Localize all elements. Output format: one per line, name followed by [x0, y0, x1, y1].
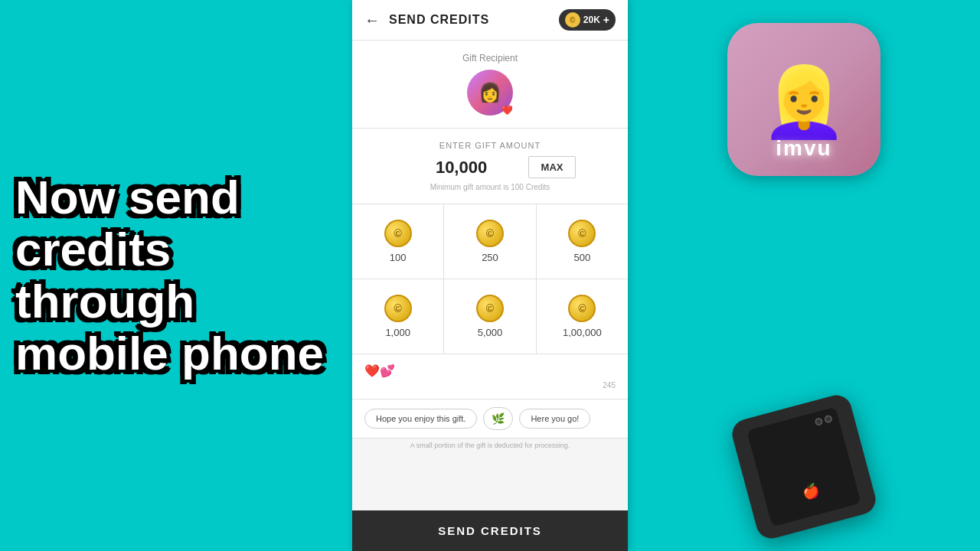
- phone-screen: 🍎: [746, 407, 861, 527]
- avatar-image: 👩: [479, 82, 501, 103]
- quick-msg-enjoy[interactable]: Hope you enjoy this gift.: [364, 409, 477, 429]
- imvu-logo-text: imvu: [776, 136, 831, 161]
- headline-text: Now send credits through mobile phone: [15, 171, 337, 380]
- credits-amount: 20K: [583, 15, 600, 25]
- credit-coin-icon: ©: [476, 220, 504, 247]
- imvu-app-icon: 👱‍♀️ imvu: [727, 23, 880, 176]
- credit-label: 5,000: [478, 327, 503, 338]
- credit-coin-icon: ©: [384, 220, 412, 247]
- left-panel: Now send credits through mobile phone: [0, 0, 352, 551]
- credits-plus-button[interactable]: +: [603, 14, 609, 26]
- recipient-section: Gift Recipient 👩 ❤️: [352, 41, 628, 129]
- right-panel: 👱‍♀️ imvu 🍎: [628, 0, 980, 551]
- phone-panel: ← SEND CREDITS © 20K + Gift Recipient 👩 …: [352, 0, 628, 551]
- amount-input[interactable]: [404, 158, 519, 178]
- camera-lens-1: [814, 417, 823, 426]
- recipient-label: Gift Recipient: [462, 53, 518, 64]
- credits-grid: © 100 © 250 © 500 © 1,000 © 5,000 © 1,00…: [352, 204, 628, 354]
- credit-option-250[interactable]: © 250: [444, 204, 535, 279]
- apple-logo-icon: 🍎: [800, 481, 821, 502]
- imvu-character-image: 👱‍♀️: [761, 67, 847, 136]
- amount-label: ENTER GIFT AMOUNT: [439, 141, 541, 150]
- avatar-container: 👩 ❤️: [467, 70, 513, 116]
- credits-coin-icon: ©: [565, 12, 580, 28]
- credit-option-100[interactable]: © 100: [352, 204, 443, 279]
- credit-coin-icon: ©: [384, 295, 412, 322]
- max-button[interactable]: MAX: [528, 156, 577, 178]
- credit-option-100000[interactable]: © 1,00,000: [537, 279, 628, 354]
- quick-msg-icon[interactable]: 🌿: [483, 407, 513, 430]
- message-section: ❤️💕 245: [352, 354, 628, 399]
- credit-label: 1,000: [385, 327, 410, 338]
- camera-lens-2: [824, 414, 833, 423]
- phone-camera: [814, 414, 833, 426]
- quick-messages: Hope you enjoy this gift. 🌿 Here you go!: [352, 399, 628, 439]
- credit-coin-icon: ©: [568, 295, 596, 322]
- credit-coin-icon: ©: [568, 220, 596, 247]
- credit-option-500[interactable]: © 500: [537, 204, 628, 279]
- quick-msg-hereyougo[interactable]: Here you go!: [519, 409, 590, 429]
- credits-badge: © 20K +: [559, 9, 616, 31]
- amount-hint: Minimum gift amount is 100 Credits: [430, 183, 550, 191]
- amount-row: MAX: [364, 156, 616, 178]
- credit-coin-icon: ©: [476, 295, 504, 322]
- processing-note: A small portion of the gift is deducted …: [352, 439, 628, 452]
- avatar-badge: ❤️: [501, 105, 513, 116]
- page-title: SEND CREDITS: [389, 13, 489, 27]
- credit-option-5000[interactable]: © 5,000: [444, 279, 535, 354]
- amount-section: ENTER GIFT AMOUNT MAX Minimum gift amoun…: [352, 129, 628, 204]
- phone-device-image: 🍎: [729, 392, 879, 542]
- phone-header: ← SEND CREDITS © 20K +: [352, 0, 628, 41]
- credit-label: 500: [573, 252, 590, 263]
- char-count: 245: [364, 381, 616, 390]
- emoji-row: ❤️💕: [364, 364, 616, 378]
- credit-label: 100: [390, 252, 407, 263]
- emoji-display: ❤️💕: [364, 364, 395, 378]
- credit-option-1000[interactable]: © 1,000: [352, 279, 443, 354]
- credit-label: 1,00,000: [563, 327, 602, 338]
- back-button[interactable]: ←: [364, 11, 380, 29]
- credit-label: 250: [482, 252, 498, 263]
- send-credits-button[interactable]: SEND CREDITS: [352, 510, 628, 551]
